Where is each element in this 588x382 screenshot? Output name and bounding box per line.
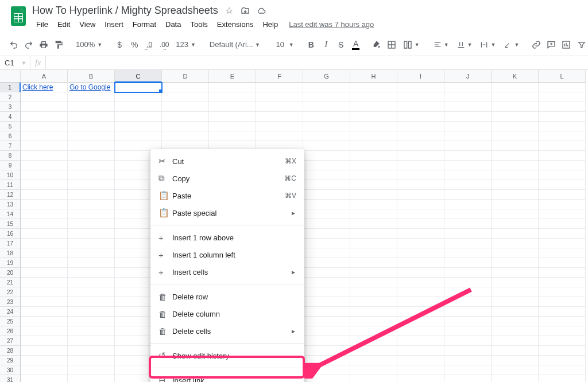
cell-G5[interactable] (303, 122, 350, 131)
cell-B15[interactable] (68, 219, 115, 229)
cell-B26[interactable] (68, 326, 115, 336)
text-color-button[interactable]: A (349, 37, 363, 52)
cell-L6[interactable] (539, 131, 586, 141)
print-button[interactable] (37, 37, 51, 52)
cell-B7[interactable] (68, 141, 115, 151)
cell-H3[interactable] (350, 102, 397, 112)
cell-C4[interactable] (115, 112, 162, 122)
cell-J11[interactable] (444, 180, 492, 190)
cell-I23[interactable] (397, 297, 444, 307)
cell-I19[interactable] (397, 258, 444, 268)
cell-A5[interactable] (21, 122, 68, 131)
paint-format-button[interactable] (52, 37, 65, 52)
cell-J28[interactable] (444, 346, 492, 356)
cell-J24[interactable] (444, 307, 492, 317)
cell-I15[interactable] (397, 219, 444, 229)
cell-E2[interactable] (209, 92, 256, 102)
cell-I21[interactable] (397, 278, 444, 287)
cell-J20[interactable] (444, 268, 492, 278)
cell-L12[interactable] (539, 190, 586, 200)
cell-L16[interactable] (539, 229, 586, 239)
cell-D6[interactable] (162, 131, 209, 141)
cell-H25[interactable] (350, 317, 397, 326)
col-header-F[interactable]: F (256, 70, 303, 83)
cell-F2[interactable] (256, 92, 303, 102)
cell-F4[interactable] (256, 112, 303, 122)
menu-insert[interactable]: Insert (100, 18, 127, 31)
cell-K13[interactable] (492, 200, 539, 209)
cell-J29[interactable] (444, 356, 492, 365)
col-header-K[interactable]: K (492, 70, 539, 83)
cell-J25[interactable] (444, 317, 492, 326)
cell-J14[interactable] (444, 209, 492, 219)
cell-K29[interactable] (492, 356, 539, 365)
cell-D5[interactable] (162, 122, 209, 131)
cell-I27[interactable] (397, 336, 444, 346)
cell-A19[interactable] (21, 258, 68, 268)
cell-G2[interactable] (303, 92, 350, 102)
cell-K22[interactable] (492, 287, 539, 297)
cell-H23[interactable] (350, 297, 397, 307)
cell-A16[interactable] (21, 229, 68, 239)
cell-H8[interactable] (350, 151, 397, 161)
cell-K27[interactable] (492, 336, 539, 346)
cell-L28[interactable] (539, 346, 586, 356)
cell-G25[interactable] (303, 317, 350, 326)
cell-E3[interactable] (209, 102, 256, 112)
cell-L26[interactable] (539, 326, 586, 336)
row-header-5[interactable]: 5 (0, 122, 21, 131)
link-button[interactable] (529, 37, 543, 52)
cell-L8[interactable] (539, 151, 586, 161)
cell-G3[interactable] (303, 102, 350, 112)
cell-H1[interactable] (350, 83, 397, 92)
cell-A25[interactable] (21, 317, 68, 326)
cell-A20[interactable] (21, 268, 68, 278)
row-header-20[interactable]: 20 (0, 268, 21, 278)
cell-G4[interactable] (303, 112, 350, 122)
cell-H6[interactable] (350, 131, 397, 141)
cell-H5[interactable] (350, 122, 397, 131)
cell-B9[interactable] (68, 161, 115, 170)
cell-G24[interactable] (303, 307, 350, 317)
cell-H29[interactable] (350, 356, 397, 365)
cell-L3[interactable] (539, 102, 586, 112)
sheets-logo[interactable] (7, 5, 30, 28)
cell-B14[interactable] (68, 209, 115, 219)
col-header-B[interactable]: B (68, 70, 115, 83)
last-edit[interactable]: Last edit was 7 hours ago (289, 20, 374, 29)
formula-input[interactable] (46, 56, 588, 69)
cell-G26[interactable] (303, 326, 350, 336)
h-align-button[interactable]: ▼ (430, 37, 452, 52)
cell-K16[interactable] (492, 229, 539, 239)
cell-I24[interactable] (397, 307, 444, 317)
cell-K15[interactable] (492, 219, 539, 229)
chart-button[interactable] (559, 37, 573, 52)
cell-G30[interactable] (303, 365, 350, 375)
cell-K11[interactable] (492, 180, 539, 190)
col-header-L[interactable]: L (539, 70, 586, 83)
cell-K17[interactable] (492, 239, 539, 248)
cell-J19[interactable] (444, 258, 492, 268)
cell-H14[interactable] (350, 209, 397, 219)
row-header-23[interactable]: 23 (0, 297, 21, 307)
cell-L11[interactable] (539, 180, 586, 190)
cell-E5[interactable] (209, 122, 256, 131)
cell-B29[interactable] (68, 356, 115, 365)
cell-L23[interactable] (539, 297, 586, 307)
number-format-dropdown[interactable]: 123▼ (172, 37, 199, 52)
cell-K21[interactable] (492, 278, 539, 287)
cell-C3[interactable] (115, 102, 162, 112)
row-header-28[interactable]: 28 (0, 346, 21, 356)
cell-A3[interactable] (21, 102, 68, 112)
cell-I18[interactable] (397, 248, 444, 258)
cell-G20[interactable] (303, 268, 350, 278)
cell-B28[interactable] (68, 346, 115, 356)
row-header-14[interactable]: 14 (0, 209, 21, 219)
decrease-decimal-button[interactable]: .0← (142, 37, 156, 52)
font-size-dropdown[interactable]: 10▼ (270, 37, 297, 52)
cell-I20[interactable] (397, 268, 444, 278)
row-header-22[interactable]: 22 (0, 287, 21, 297)
cell-B11[interactable] (68, 180, 115, 190)
row-header-3[interactable]: 3 (0, 102, 21, 112)
cell-L21[interactable] (539, 278, 586, 287)
